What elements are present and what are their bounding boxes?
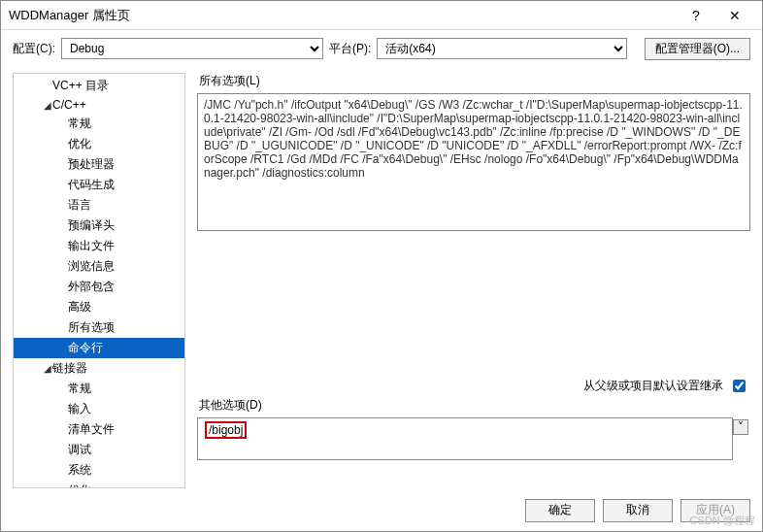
dialog-footer: 确定 取消 应用(A) (1, 488, 762, 531)
config-manager-button[interactable]: 配置管理器(O)... (645, 38, 750, 60)
additional-options-label: 其他选项(D) (199, 397, 750, 414)
tree-item-linker-manifest[interactable]: 清单文件 (14, 419, 184, 440)
all-options-text[interactable]: /JMC /Yu"pch.h" /ifcOutput "x64\Debug\" … (197, 93, 750, 231)
property-tree[interactable]: VC++ 目录 ◢C/C++ 常规 优化 预处理器 代码生成 语言 预编译头 输… (13, 73, 185, 488)
tree-item-cc-browse[interactable]: 浏览信息 (14, 256, 184, 277)
config-label: 配置(C): (13, 41, 55, 57)
help-button[interactable]: ? (677, 1, 715, 30)
tree-item-cc-codegen[interactable]: 代码生成 (14, 175, 184, 195)
tree-item-cc-general[interactable]: 常规 (14, 114, 184, 134)
tree-item-cc-advanced[interactable]: 高级 (14, 297, 184, 317)
tree-item-cc-prepro[interactable]: 预处理器 (14, 154, 184, 175)
tree-item-cc-cmdline[interactable]: 命令行 (14, 338, 184, 358)
tree-item-linker[interactable]: ◢链接器 (14, 358, 184, 379)
ok-button[interactable]: 确定 (525, 499, 595, 522)
expand-button[interactable]: ˅ (733, 419, 748, 435)
cancel-button[interactable]: 取消 (603, 499, 673, 522)
tree-item-cc[interactable]: ◢C/C++ (14, 96, 184, 114)
all-options-label: 所有选项(L) (199, 73, 750, 89)
inherit-checkbox[interactable] (733, 380, 746, 392)
additional-options-value: /bigobj (205, 421, 247, 439)
tree-item-linker-general[interactable]: 常规 (14, 379, 184, 399)
close-button[interactable]: ✕ (715, 1, 754, 30)
titlebar: WDDManager 属性页 ? ✕ (1, 1, 762, 30)
caret-down-icon: ◢ (43, 363, 52, 374)
watermark: CSDN @程程 (690, 514, 755, 528)
tree-item-linker-input[interactable]: 输入 (14, 399, 184, 419)
right-panel: 所有选项(L) /JMC /Yu"pch.h" /ifcOutput "x64\… (197, 73, 750, 488)
additional-options-input[interactable]: /bigobj (198, 418, 732, 459)
tree-item-cc-extincl[interactable]: 外部包含 (14, 277, 184, 297)
tree-item-vcdirs[interactable]: VC++ 目录 (14, 76, 184, 96)
tree-item-cc-lang[interactable]: 语言 (14, 195, 184, 216)
tree-item-linker-debug[interactable]: 调试 (14, 440, 184, 460)
config-row: 配置(C): Debug 平台(P): 活动(x64) 配置管理器(O)... (1, 30, 762, 63)
caret-down-icon: ◢ (43, 100, 52, 111)
tree-item-cc-optimize[interactable]: 优化 (14, 134, 184, 154)
tree-item-linker-system[interactable]: 系统 (14, 460, 184, 481)
tree-item-linker-optimize[interactable]: 优化 (14, 481, 184, 488)
window-title: WDDManager 属性页 (9, 7, 130, 24)
config-select[interactable]: Debug (61, 38, 323, 59)
tree-item-cc-allopt[interactable]: 所有选项 (14, 317, 184, 338)
platform-label: 平台(P): (329, 41, 371, 57)
chevron-down-icon: ˅ (738, 420, 744, 434)
platform-select[interactable]: 活动(x64) (377, 38, 627, 59)
inherit-label: 从父级或项目默认设置继承 (583, 378, 723, 394)
tree-item-cc-preheader[interactable]: 预编译头 (14, 216, 184, 236)
tree-item-cc-outfile[interactable]: 输出文件 (14, 236, 184, 256)
